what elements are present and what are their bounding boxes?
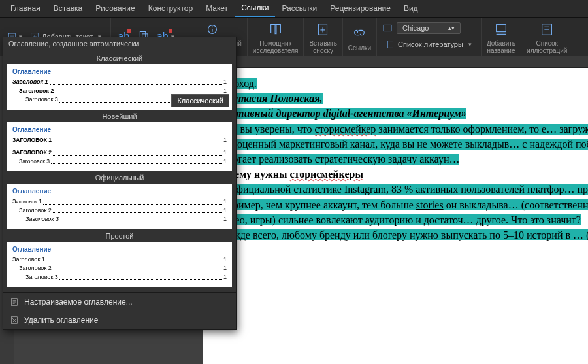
tab-home[interactable]: Главная	[4, 0, 47, 17]
custom-toc-button[interactable]: Настраиваемое оглавление...	[3, 293, 236, 311]
tab-review[interactable]: Рецензирование	[323, 0, 397, 17]
citation-button[interactable]	[382, 23, 393, 33]
links-label: Ссылки	[348, 45, 371, 52]
citation-style-select[interactable]: Chicago▴▾	[397, 22, 461, 34]
toc-style-simple[interactable]: Оглавление Заголовок 11 Заголовок 21 Заг…	[7, 242, 232, 288]
figures-list-label: Список иллюстраций	[527, 41, 567, 54]
insert-caption-label: Добавить название	[487, 41, 515, 54]
tab-layout[interactable]: Макет	[199, 0, 235, 17]
doc-role-pre: креативный директор digital-агентства «	[216, 108, 412, 119]
toc-category: Простой	[7, 232, 232, 240]
toc-panel-title: Оглавление, созданное автоматически	[3, 37, 236, 50]
doc-role-link: Интериум	[412, 108, 461, 119]
doc-text: сторисмейкер	[315, 124, 376, 135]
tab-view[interactable]: Вид	[397, 0, 425, 17]
smart-lookup-button[interactable]	[205, 22, 220, 37]
tab-insert[interactable]: Вставка	[47, 0, 90, 17]
researcher-label: Помощник исследователя	[253, 41, 299, 54]
toc-style-classic[interactable]: Оглавление Заголовок 11 Заголовок 21 Заг…	[7, 64, 232, 110]
researcher-button[interactable]	[269, 22, 283, 37]
toc-tooltip: Классический	[171, 94, 229, 107]
figures-list-button[interactable]	[540, 22, 554, 37]
toc-style-formal[interactable]: Оглавление Заголовок 11 Заголовок 21 Заг…	[7, 184, 232, 229]
svg-point-10	[212, 26, 214, 27]
page[interactable]: … доход. Анастасия Полонская, креативный…	[203, 68, 588, 364]
tab-references[interactable]: Ссылки	[235, 0, 275, 17]
select-arrows-icon: ▴▾	[448, 25, 455, 31]
insert-caption-button[interactable]	[494, 22, 508, 37]
links-button[interactable]	[352, 25, 367, 40]
toc-style-modern[interactable]: Оглавление Заголовок 11 Заголовок 21 Заг…	[7, 122, 232, 172]
doc-text: stories	[416, 199, 444, 210]
svg-rect-17	[497, 25, 506, 32]
tab-mailings[interactable]: Рассылки	[275, 0, 323, 17]
toc-category: Новейший	[7, 112, 232, 120]
doc-text: По официальной статистике Instagram, 83 …	[216, 184, 588, 195]
doc-role-post: »	[461, 108, 466, 119]
toc-category: Классический	[7, 54, 232, 62]
insert-footnote-button[interactable]	[316, 22, 331, 37]
doc-heading: сторисмейкеры	[289, 169, 363, 180]
menu-tabs: Главная Вставка Рисование Конструктор Ма…	[0, 0, 588, 17]
svg-rect-16	[387, 41, 393, 48]
bibliography-button[interactable]: Список литературы ▾	[382, 38, 476, 51]
doc-text: Прежде всего, любому бренду или блогеру …	[216, 229, 588, 240]
svg-rect-15	[384, 25, 391, 31]
insert-footnote-label: Вставить сноску	[309, 41, 336, 54]
tab-design[interactable]: Конструктор	[142, 0, 199, 17]
tab-draw[interactable]: Рисование	[89, 0, 141, 17]
toc-gallery-panel: Оглавление, созданное автоматически Клас…	[3, 37, 237, 330]
chevron-down-icon: ▾	[468, 41, 472, 48]
toc-category: Официальный	[7, 174, 232, 182]
remove-toc-button[interactable]: Удалить оглавление	[3, 311, 236, 329]
